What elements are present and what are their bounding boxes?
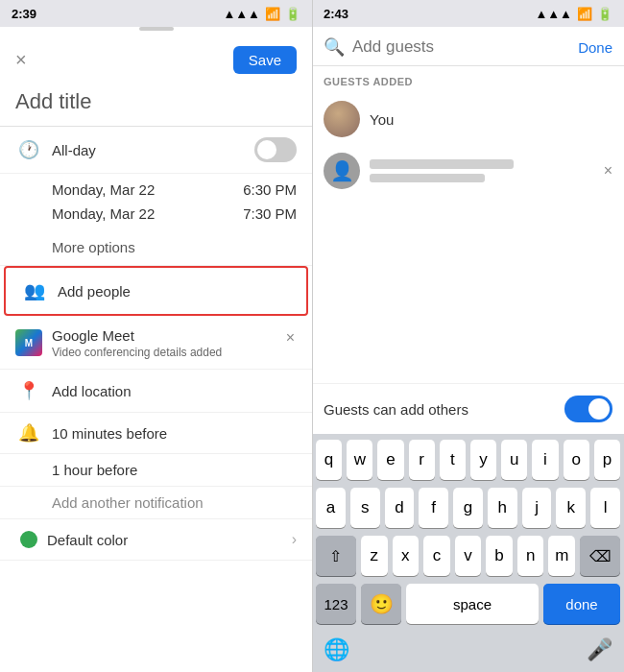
- avatar-other: 👤: [324, 153, 360, 189]
- location-icon: 📍: [15, 380, 42, 401]
- status-bar-right: 2:43 ▲▲▲ 📶 🔋: [312, 0, 624, 27]
- guest-name-you: You: [370, 111, 612, 128]
- time-right: 2:43: [324, 7, 348, 21]
- key-g[interactable]: g: [453, 488, 483, 528]
- battery-icon: 🔋: [285, 7, 300, 21]
- key-l[interactable]: l: [590, 488, 620, 528]
- default-color-row[interactable]: Default color ›: [0, 519, 312, 561]
- color-dot: [20, 531, 37, 548]
- shift-key[interactable]: ⇧: [316, 536, 356, 576]
- time-left: 2:39: [12, 7, 36, 21]
- people-icon: 👥: [21, 280, 48, 301]
- key-f[interactable]: f: [419, 488, 448, 528]
- key-u[interactable]: u: [501, 440, 527, 480]
- meet-close-button[interactable]: ×: [284, 327, 297, 348]
- signal-icon-right: ▲▲▲: [535, 7, 572, 21]
- meet-title: Google Meet: [52, 327, 284, 344]
- pull-handle[interactable]: [0, 27, 312, 35]
- keyboard-row4: 123 🙂 space done: [312, 584, 624, 624]
- key-e[interactable]: e: [377, 440, 403, 480]
- keyboard-bottom-bar: 🌐 🎤: [312, 632, 624, 672]
- search-icon: 🔍: [324, 36, 345, 58]
- end-time-row[interactable]: Monday, Mar 22 7:30 PM: [52, 202, 312, 226]
- close-button[interactable]: ×: [15, 49, 27, 71]
- num-key[interactable]: 123: [316, 584, 356, 624]
- guests-can-toggle[interactable]: [564, 396, 612, 422]
- add-notification-link[interactable]: Add another notification: [0, 487, 312, 519]
- key-z[interactable]: z: [361, 536, 388, 576]
- key-r[interactable]: r: [409, 440, 435, 480]
- save-button[interactable]: Save: [233, 46, 297, 74]
- mic-icon[interactable]: 🎤: [587, 637, 612, 662]
- done-key[interactable]: done: [543, 584, 620, 624]
- key-s[interactable]: s: [350, 488, 380, 528]
- guests-added-label: GUESTS ADDED: [312, 66, 624, 93]
- avatar-you: [324, 101, 360, 137]
- globe-icon[interactable]: 🌐: [324, 637, 349, 662]
- space-key[interactable]: space: [406, 584, 539, 624]
- done-button[interactable]: Done: [570, 39, 612, 56]
- key-x[interactable]: x: [393, 536, 420, 576]
- key-o[interactable]: o: [564, 440, 589, 480]
- key-d[interactable]: d: [385, 488, 415, 528]
- guest-row-other[interactable]: 👤 ×: [312, 145, 624, 197]
- left-header: × Save: [0, 35, 312, 82]
- signal-icon: ▲▲▲: [223, 7, 260, 21]
- search-input[interactable]: [352, 37, 570, 57]
- add-location-row[interactable]: 📍 Add location: [0, 370, 312, 413]
- search-header: 🔍 Done: [312, 27, 624, 66]
- notification1-row[interactable]: 🔔 10 minutes before: [0, 413, 312, 454]
- meet-subtitle: Video conferencing details added: [52, 346, 284, 359]
- clock-icon: 🕐: [15, 139, 42, 160]
- default-color-label: Default color: [47, 532, 292, 548]
- bell-icon: 🔔: [15, 422, 42, 444]
- status-bar-left: 2:39 ▲▲▲ 📶 🔋: [0, 0, 312, 27]
- key-q[interactable]: q: [316, 440, 342, 480]
- key-w[interactable]: w: [347, 440, 372, 480]
- notification1-label: 10 minutes before: [52, 425, 167, 442]
- start-date: Monday, Mar 22: [52, 181, 155, 198]
- spacer: [312, 197, 624, 383]
- time-rows: Monday, Mar 22 6:30 PM Monday, Mar 22 7:…: [0, 174, 312, 229]
- keyboard-row1: q w e r t y u i o p: [312, 440, 624, 480]
- key-n[interactable]: n: [517, 536, 544, 576]
- wifi-icon-right: 📶: [577, 7, 592, 21]
- delete-key[interactable]: ⌫: [580, 536, 620, 576]
- key-t[interactable]: t: [440, 440, 466, 480]
- key-h[interactable]: h: [488, 488, 517, 528]
- key-v[interactable]: v: [455, 536, 482, 576]
- guests-can-label: Guests can add others: [324, 401, 564, 418]
- keyboard: q w e r t y u i o p a s d f g h j k l ⇧ …: [312, 434, 624, 672]
- keyboard-row3: ⇧ z x c v b n m ⌫: [312, 536, 624, 576]
- all-day-row[interactable]: 🕐 All-day: [0, 127, 312, 174]
- all-day-label: All-day: [52, 142, 254, 158]
- guests-can-add-row[interactable]: Guests can add others: [312, 383, 624, 434]
- key-j[interactable]: j: [522, 488, 552, 528]
- battery-icon-right: 🔋: [597, 7, 612, 21]
- left-panel: 2:39 ▲▲▲ 📶 🔋 × Save Add title 🕐 All-day …: [0, 0, 312, 672]
- key-i[interactable]: i: [532, 440, 558, 480]
- key-k[interactable]: k: [556, 488, 586, 528]
- guest-row-you[interactable]: You: [312, 93, 624, 145]
- start-time-row[interactable]: Monday, Mar 22 6:30 PM: [52, 178, 312, 202]
- right-panel: 2:43 ▲▲▲ 📶 🔋 🔍 Done GUESTS ADDED You 👤 ×…: [312, 0, 624, 672]
- key-m[interactable]: m: [548, 536, 575, 576]
- add-title-field[interactable]: Add title: [0, 82, 312, 127]
- add-people-label: Add people: [58, 283, 131, 300]
- google-meet-row[interactable]: M Google Meet Video conferencing details…: [0, 318, 312, 370]
- key-b[interactable]: b: [486, 536, 513, 576]
- key-y[interactable]: y: [470, 440, 496, 480]
- notification2-label[interactable]: 1 hour before: [0, 454, 312, 487]
- panel-divider: [312, 0, 313, 672]
- key-p[interactable]: p: [594, 440, 620, 480]
- key-a[interactable]: a: [316, 488, 346, 528]
- emoji-key[interactable]: 🙂: [361, 584, 401, 624]
- remove-guest-button[interactable]: ×: [604, 162, 612, 180]
- key-c[interactable]: c: [423, 536, 450, 576]
- google-meet-icon: M: [15, 329, 42, 356]
- all-day-toggle[interactable]: [254, 137, 297, 162]
- more-options-link[interactable]: More options: [0, 229, 312, 266]
- add-location-label: Add location: [52, 383, 297, 399]
- add-people-row[interactable]: 👥 Add people: [4, 266, 308, 316]
- keyboard-row2: a s d f g h j k l: [312, 488, 624, 528]
